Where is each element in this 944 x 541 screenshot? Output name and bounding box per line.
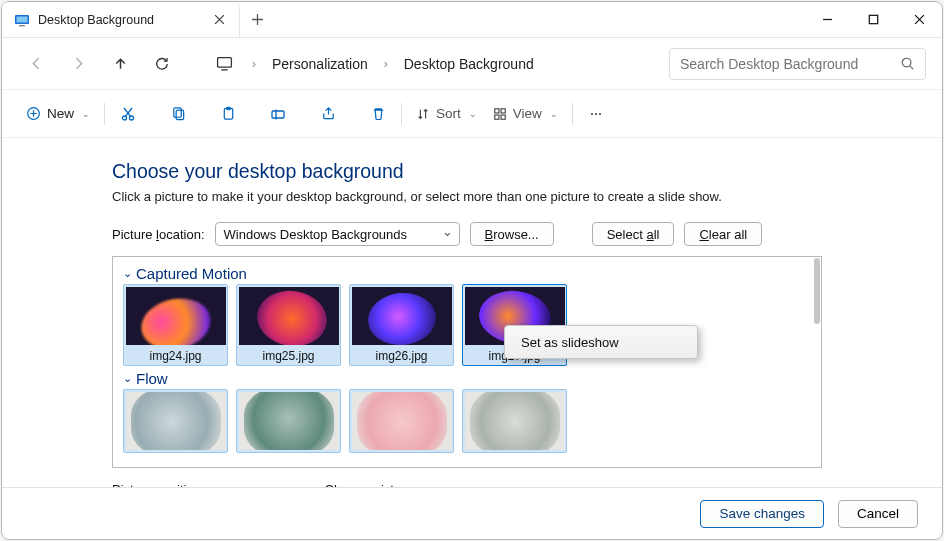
sort-button[interactable]: Sort ⌄ xyxy=(408,97,485,131)
new-label: New xyxy=(47,106,74,121)
more-button[interactable] xyxy=(579,97,613,131)
thumb-label: img25.jpg xyxy=(262,349,314,363)
picture-position-label: Picture position: xyxy=(112,482,205,487)
command-bar: New ⌄ Sort ⌄ View ⌄ xyxy=(2,90,942,138)
chevron-down-icon: ⌄ xyxy=(123,372,132,385)
svg-rect-13 xyxy=(272,111,284,118)
chevron-down-icon: ⌄ xyxy=(469,109,477,119)
select-all-button[interactable]: Select all xyxy=(592,222,675,246)
breadcrumb-personalization[interactable]: Personalization xyxy=(266,52,374,76)
svg-point-20 xyxy=(599,112,601,114)
separator xyxy=(572,103,573,125)
tab-title: Desktop Background xyxy=(38,13,203,27)
tab-desktop-background[interactable]: Desktop Background xyxy=(2,2,240,37)
svg-point-5 xyxy=(902,58,911,67)
minimize-button[interactable] xyxy=(804,2,850,37)
svg-rect-9 xyxy=(173,108,181,117)
thumb-label: img26.jpg xyxy=(375,349,427,363)
svg-rect-14 xyxy=(495,108,499,112)
svg-rect-3 xyxy=(869,15,877,23)
thumbnail-flow-2[interactable] xyxy=(236,389,341,453)
location-value: Windows Desktop Backgrounds xyxy=(224,227,408,242)
browse-button[interactable]: Browse... xyxy=(470,222,554,246)
tab-icon xyxy=(14,12,30,28)
separator xyxy=(401,103,402,125)
new-button[interactable]: New ⌄ xyxy=(18,97,98,131)
chevron-right-icon: › xyxy=(248,57,260,71)
sort-label: Sort xyxy=(436,106,461,121)
page-subtitle: Click a picture to make it your desktop … xyxy=(112,189,910,204)
titlebar: Desktop Background xyxy=(2,2,942,38)
svg-rect-17 xyxy=(501,115,505,119)
close-button[interactable] xyxy=(896,2,942,37)
cancel-button[interactable]: Cancel xyxy=(838,500,918,528)
forward-button[interactable] xyxy=(60,46,96,82)
paste-button[interactable] xyxy=(211,97,245,131)
maximize-button[interactable] xyxy=(850,2,896,37)
clear-all-button[interactable]: Clear all xyxy=(684,222,762,246)
breadcrumb-desktop-background[interactable]: Desktop Background xyxy=(398,52,540,76)
refresh-button[interactable] xyxy=(144,46,180,82)
footer: Save changes Cancel xyxy=(2,487,942,539)
back-button[interactable] xyxy=(18,46,54,82)
chevron-down-icon: ⌄ xyxy=(123,267,132,280)
thumbnail-img25[interactable]: img25.jpg xyxy=(236,284,341,366)
location-select[interactable]: Windows Desktop Backgrounds xyxy=(215,222,460,246)
svg-rect-4 xyxy=(217,58,231,68)
window-controls xyxy=(804,2,942,37)
svg-rect-2 xyxy=(19,25,25,26)
delete-button[interactable] xyxy=(361,97,395,131)
thumbnail-flow-4[interactable] xyxy=(462,389,567,453)
rename-button[interactable] xyxy=(261,97,295,131)
tab-close-icon[interactable] xyxy=(211,12,227,28)
chevron-right-icon: › xyxy=(380,57,392,71)
location-label: Picture location: xyxy=(112,227,205,242)
svg-rect-16 xyxy=(495,115,499,119)
cut-button[interactable] xyxy=(111,97,145,131)
group-header-captured-motion[interactable]: ⌄Captured Motion xyxy=(123,263,811,282)
address-bar: › Personalization › Desktop Background xyxy=(2,38,942,90)
copy-button[interactable] xyxy=(161,97,195,131)
monitor-icon[interactable] xyxy=(206,46,242,82)
search-icon[interactable] xyxy=(900,56,915,71)
content-area: Choose your desktop background Click a p… xyxy=(2,138,942,487)
chevron-down-icon: ⌄ xyxy=(550,109,558,119)
svg-rect-10 xyxy=(176,110,184,119)
location-row: Picture location: Windows Desktop Backgr… xyxy=(112,222,910,246)
svg-point-19 xyxy=(595,112,597,114)
group-name: Captured Motion xyxy=(136,265,247,282)
picture-gallery: ⌄Captured Motion img24.jpg img25.jpg xyxy=(112,256,822,468)
view-button[interactable]: View ⌄ xyxy=(485,97,566,131)
cutoff-labels: Picture position: Change picture every: xyxy=(112,482,910,487)
group-name: Flow xyxy=(136,370,168,387)
page-title: Choose your desktop background xyxy=(112,160,910,183)
chevron-down-icon: ⌄ xyxy=(82,109,90,119)
search-box[interactable] xyxy=(669,48,926,80)
share-button[interactable] xyxy=(311,97,345,131)
save-changes-button[interactable]: Save changes xyxy=(700,500,824,528)
scrollbar-thumb[interactable] xyxy=(814,258,820,324)
new-tab-button[interactable] xyxy=(240,2,274,37)
context-menu-set-as-slideshow[interactable]: Set as slideshow xyxy=(507,330,695,354)
thumbnail-img24[interactable]: img24.jpg xyxy=(123,284,228,366)
thumb-label: img24.jpg xyxy=(149,349,201,363)
svg-rect-1 xyxy=(17,16,28,22)
window-frame: Desktop Background › Personalization › D… xyxy=(1,1,943,540)
svg-rect-15 xyxy=(501,108,505,112)
search-input[interactable] xyxy=(680,56,892,72)
thumbnail-img26[interactable]: img26.jpg xyxy=(349,284,454,366)
thumbnail-flow-1[interactable] xyxy=(123,389,228,453)
view-label: View xyxy=(513,106,542,121)
thumbnail-flow-3[interactable] xyxy=(349,389,454,453)
group-header-flow[interactable]: ⌄Flow xyxy=(123,368,811,387)
separator xyxy=(104,103,105,125)
change-every-label: Change picture every: xyxy=(325,482,452,487)
svg-point-18 xyxy=(591,112,593,114)
up-button[interactable] xyxy=(102,46,138,82)
context-menu: Set as slideshow xyxy=(504,325,698,359)
